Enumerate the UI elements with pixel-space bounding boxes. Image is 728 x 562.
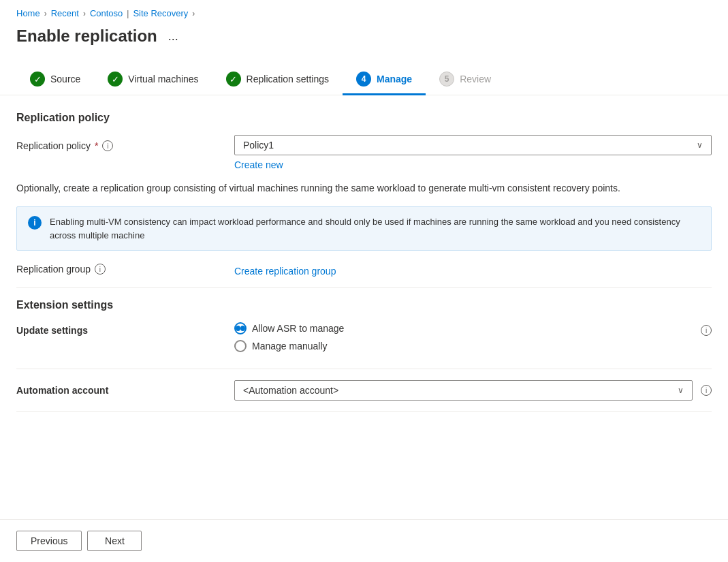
previous-button[interactable]: Previous	[16, 531, 82, 551]
update-settings-row: Update settings Allow ASR to manage Mana…	[16, 322, 712, 369]
step-source-check-icon: ✓	[30, 72, 45, 87]
breadcrumb-sep2: ›	[83, 9, 86, 18]
replication-policy-label-text: Replication policy	[16, 140, 91, 151]
wizard-steps: ✓ Source ✓ Virtual machines ✓ Replicatio…	[0, 57, 728, 95]
automation-account-info-icon[interactable]: i	[701, 385, 712, 396]
optional-info-text: Optionally, create a replication group c…	[16, 181, 712, 196]
replication-group-info-icon[interactable]: i	[95, 264, 106, 275]
breadcrumb-pipe: |	[127, 9, 129, 18]
replication-policy-control: Policy1 ∨ Create new	[234, 135, 712, 170]
section-divider	[16, 287, 712, 288]
required-indicator: *	[95, 140, 98, 151]
breadcrumb-contoso[interactable]: Contoso	[90, 8, 123, 18]
automation-account-control: <Automation account> ∨	[234, 380, 693, 401]
step-rs-check-icon: ✓	[226, 72, 241, 87]
next-button[interactable]: Next	[87, 531, 142, 551]
radio-manage-manually-label: Manage manually	[252, 341, 328, 352]
update-settings-options: Allow ASR to manage Manage manually	[234, 322, 701, 358]
breadcrumb-site-recovery[interactable]: Site Recovery	[133, 8, 188, 18]
breadcrumb: Home › Recent › Contoso | Site Recovery …	[0, 0, 728, 24]
step-vm-label: Virtual machines	[128, 74, 198, 84]
replication-policy-section: Replication policy Replication policy * …	[16, 112, 712, 170]
update-settings-info-icon[interactable]: i	[701, 325, 712, 336]
automation-account-placeholder: <Automation account>	[243, 385, 338, 396]
info-box-icon: i	[28, 216, 42, 230]
step-review[interactable]: 5 Review	[426, 65, 505, 95]
footer: Previous Next	[0, 519, 728, 562]
automation-account-label: Automation account	[16, 385, 234, 396]
automation-account-row: Automation account <Automation account> …	[16, 380, 712, 412]
radio-manage-manually-icon	[234, 340, 247, 352]
info-box-message: Enabling multi-VM consistency can impact…	[50, 215, 700, 242]
radio-allow-asr-label: Allow ASR to manage	[252, 323, 344, 334]
update-settings-info: i	[701, 322, 712, 336]
replication-policy-dropdown[interactable]: Policy1 ∨	[234, 135, 712, 155]
radio-manage-manually[interactable]: Manage manually	[234, 340, 701, 352]
step-manage-label: Manage	[377, 74, 412, 84]
info-box: i Enabling multi-VM consistency can impa…	[16, 206, 712, 251]
radio-allow-asr-icon	[234, 322, 247, 334]
step-manage[interactable]: 4 Manage	[343, 65, 426, 95]
update-settings-label: Update settings	[16, 322, 234, 336]
step-review-number-icon: 5	[439, 72, 454, 87]
replication-group-label-text: Replication group	[16, 264, 91, 275]
step-vm-check-icon: ✓	[108, 72, 123, 87]
replication-policy-value: Policy1	[243, 140, 274, 151]
replication-policy-label: Replication policy * i	[16, 135, 234, 151]
replication-policy-info-icon[interactable]: i	[102, 140, 113, 151]
step-replication-settings[interactable]: ✓ Replication settings	[212, 65, 343, 95]
chevron-down-icon: ∨	[697, 140, 703, 150]
replication-group-row: Replication group i Create replication g…	[16, 262, 712, 277]
breadcrumb-recent[interactable]: Recent	[51, 8, 79, 18]
step-review-label: Review	[460, 74, 491, 84]
automation-account-info: i	[693, 385, 712, 396]
step-manage-number-icon: 4	[356, 72, 371, 87]
step-rs-label: Replication settings	[247, 74, 329, 84]
radio-allow-asr[interactable]: Allow ASR to manage	[234, 322, 701, 334]
replication-policy-row: Replication policy * i Policy1 ∨ Create …	[16, 135, 712, 170]
replication-policy-title: Replication policy	[16, 112, 712, 124]
extension-settings-title: Extension settings	[16, 299, 712, 311]
breadcrumb-sep3: ›	[192, 9, 195, 18]
page-title: Enable replication	[16, 27, 157, 46]
step-source-label: Source	[50, 74, 80, 84]
breadcrumb-home[interactable]: Home	[16, 8, 40, 18]
breadcrumb-sep1: ›	[44, 9, 47, 18]
step-virtual-machines[interactable]: ✓ Virtual machines	[94, 65, 212, 95]
create-replication-group-link[interactable]: Create replication group	[234, 266, 336, 277]
page-header: Enable replication ...	[0, 24, 728, 57]
extension-settings-section: Extension settings Update settings Allow…	[16, 299, 712, 412]
create-new-link[interactable]: Create new	[234, 159, 283, 170]
step-source[interactable]: ✓ Source	[16, 65, 94, 95]
ellipsis-button[interactable]: ...	[164, 28, 183, 45]
replication-group-label: Replication group i	[16, 264, 234, 275]
automation-chevron-icon: ∨	[678, 386, 684, 395]
automation-account-dropdown[interactable]: <Automation account> ∨	[234, 380, 693, 401]
main-content: Replication policy Replication policy * …	[0, 95, 728, 519]
